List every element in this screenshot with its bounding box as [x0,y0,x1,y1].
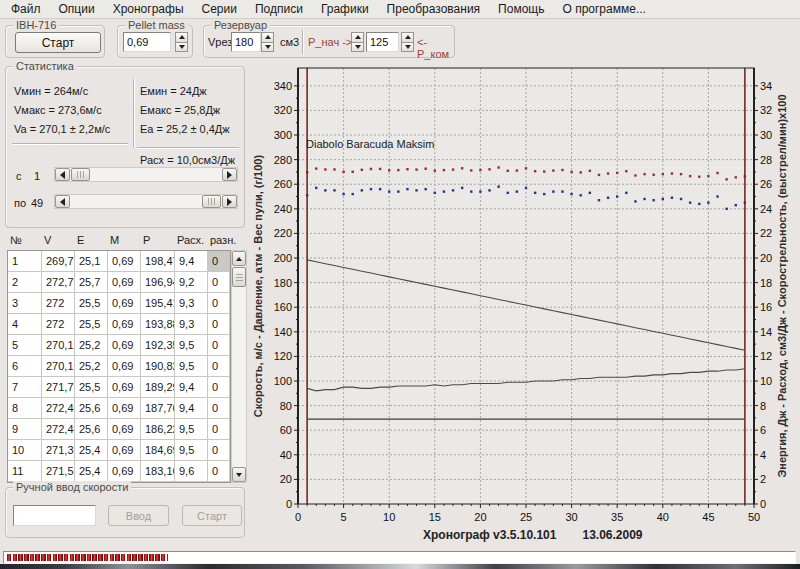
table-cell[interactable]: 9 [8,419,42,440]
table-cell[interactable]: 193,88 [141,314,175,335]
table-cell[interactable]: 9,4 [175,398,208,419]
start-button[interactable]: Старт [15,32,101,53]
menu-item-2[interactable]: Опции [50,0,104,18]
menu-item-4[interactable]: Серии [193,0,246,18]
p-start-spinner[interactable] [351,32,364,52]
pressure-input[interactable] [366,32,399,52]
table-cell[interactable]: 9,5 [175,440,208,461]
table-cell[interactable]: 0,69 [108,272,141,293]
scroll-up-button[interactable] [232,251,246,266]
table-cell[interactable]: 0 [208,356,230,377]
table-cell[interactable]: 0 [208,293,230,314]
table-cell[interactable]: 25,6 [75,419,108,440]
pellet-mass-input[interactable] [123,32,171,52]
menu-item-7[interactable]: Преобразования [378,0,490,18]
table-cell[interactable]: 189,29 [141,377,175,398]
table-cell[interactable]: 9,6 [175,461,208,482]
table-cell[interactable]: 9,4 [175,377,208,398]
table-cell[interactable]: 9,2 [175,272,208,293]
table-cell[interactable]: 1 [8,251,42,272]
table-cell[interactable]: 9,5 [175,419,208,440]
scroll-right-button[interactable] [222,195,237,208]
scrollbar-thumb[interactable] [71,168,90,181]
table-cell[interactable]: 0,69 [108,377,141,398]
table-cell[interactable]: 0,69 [108,293,141,314]
table-cell[interactable]: 198,47 [141,251,175,272]
menu-item-1[interactable]: Файл [2,0,50,18]
table-cell[interactable]: 11 [8,461,42,482]
table-cell[interactable]: 0,69 [108,419,141,440]
table-cell[interactable]: 186,22 [141,419,175,440]
table-cell[interactable]: 25,5 [75,314,108,335]
table-cell[interactable]: 192,35 [141,335,175,356]
menu-item-6[interactable]: Графики [312,0,378,18]
table-cell[interactable]: 271,3 [42,440,75,461]
table-cell[interactable]: 0 [208,251,230,272]
scrollbar-thumb[interactable] [202,195,221,208]
vres-input[interactable] [231,32,261,52]
table-cell[interactable]: 0,69 [108,314,141,335]
spin-up-icon[interactable] [401,32,414,43]
table-cell[interactable]: 25,5 [75,293,108,314]
table-cell[interactable]: 195,41 [141,293,175,314]
table-cell[interactable]: 0 [208,314,230,335]
table-cell[interactable]: 9,4 [175,251,208,272]
range-from-scrollbar[interactable] [54,167,238,182]
manual-speed-input[interactable] [13,505,96,526]
table-cell[interactable]: 2 [8,272,42,293]
scroll-down-button[interactable] [232,467,246,482]
table-cell[interactable]: 272,4 [42,398,75,419]
table-cell[interactable]: 271,5 [42,461,75,482]
table-cell[interactable]: 10 [8,440,42,461]
spin-down-icon[interactable] [261,43,274,53]
spin-up-icon[interactable] [175,32,188,43]
table-cell[interactable]: 0,69 [108,335,141,356]
scroll-left-button[interactable] [55,168,70,181]
menu-item-3[interactable]: Хронографы [104,0,193,18]
spin-up-icon[interactable] [351,32,364,43]
table-cell[interactable]: 272 [42,293,75,314]
table-cell[interactable]: 184,69 [141,440,175,461]
vres-spinner[interactable] [261,32,274,52]
table-cell[interactable]: 0 [208,461,230,482]
table-cell[interactable]: 0,69 [108,251,141,272]
table-cell[interactable]: 25,6 [75,398,108,419]
table-cell[interactable]: 25,2 [75,335,108,356]
table-cell[interactable]: 269,7 [42,251,75,272]
table-cell[interactable]: 272,4 [42,419,75,440]
table-cell[interactable]: 0,69 [108,356,141,377]
table-cell[interactable]: 190,82 [141,356,175,377]
enter-button[interactable]: Ввод [108,505,169,526]
manual-start-button[interactable]: Старт [182,505,242,526]
p-end-spinner[interactable] [401,32,414,52]
table-cell[interactable]: 0 [208,398,230,419]
table-cell[interactable]: 6 [8,356,42,377]
table-cell[interactable]: 9,5 [175,356,208,377]
table-cell[interactable]: 0 [208,377,230,398]
table-cell[interactable]: 270,1 [42,335,75,356]
table-cell[interactable]: 0 [208,440,230,461]
table-cell[interactable]: 25,1 [75,251,108,272]
menu-item-9[interactable]: О программе... [553,0,654,18]
menu-item-5[interactable]: Подписи [246,0,312,18]
table-cell[interactable]: 9,3 [175,314,208,335]
table-cell[interactable]: 0,69 [108,440,141,461]
table-cell[interactable]: 8 [8,398,42,419]
table-cell[interactable]: 5 [8,335,42,356]
table-cell[interactable]: 0,69 [108,398,141,419]
table-cell[interactable]: 0,69 [108,461,141,482]
table-cell[interactable]: 25,4 [75,461,108,482]
table-cell[interactable]: 272 [42,314,75,335]
table-cell[interactable]: 0 [208,335,230,356]
spin-down-icon[interactable] [351,43,364,53]
table-cell[interactable]: 272,7 [42,272,75,293]
range-to-scrollbar[interactable] [54,194,238,209]
table-cell[interactable]: 4 [8,314,42,335]
table-cell[interactable]: 196,94 [141,272,175,293]
table-scrollbar[interactable] [231,250,247,483]
table-cell[interactable]: 25,2 [75,356,108,377]
table-cell[interactable]: 187,76 [141,398,175,419]
scrollbar-thumb[interactable] [232,267,246,287]
table-cell[interactable]: 25,4 [75,440,108,461]
pellet-mass-spinner[interactable] [175,32,188,52]
